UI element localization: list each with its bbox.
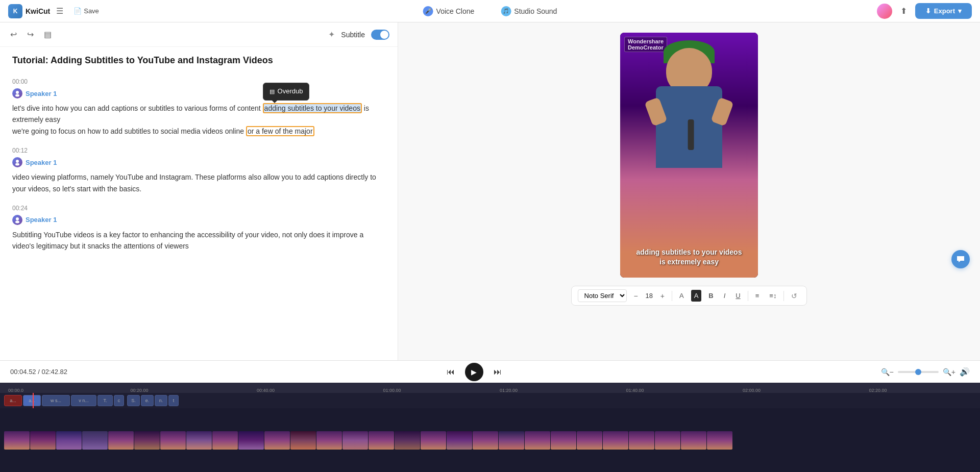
- clip-item-6[interactable]: S.: [127, 395, 140, 406]
- clip-item-4[interactable]: T.: [97, 395, 113, 406]
- frame-24: [603, 431, 628, 450]
- text-format-button[interactable]: ▤: [42, 28, 54, 41]
- edit-toolbar: ↩ ↪ ▤ ✦ Subtitle: [0, 22, 398, 47]
- studio-sound-button[interactable]: 🎵 Studio Sound: [496, 4, 562, 18]
- clip-item-3[interactable]: v n...: [71, 395, 96, 406]
- svg-point-0: [16, 91, 19, 94]
- export-label: Export: [934, 7, 955, 15]
- speaker-name-2: Speaker 1: [26, 159, 57, 166]
- clip-item-0[interactable]: a...: [4, 395, 22, 406]
- video-person: [638, 48, 740, 227]
- speaker-name-1: Speaker 1: [26, 90, 57, 97]
- subtitle-toggle[interactable]: [371, 30, 389, 40]
- skip-forward-button[interactable]: ⏭: [492, 365, 504, 379]
- highlighted-text-1[interactable]: adding subtitles to your videos: [263, 103, 362, 113]
- segment-1: 00:00 Speaker 1 let's dive into how you …: [12, 78, 385, 137]
- total-time: 02:42.82: [41, 368, 67, 376]
- menu-icon[interactable]: ☰: [56, 6, 63, 16]
- clip-track[interactable]: a... a... w s... v n... T. c S. e. n. t: [0, 393, 980, 408]
- frame-15: [369, 431, 394, 450]
- align-button[interactable]: ≡: [752, 290, 763, 302]
- zoom-slider[interactable]: [898, 371, 939, 373]
- zoom-in-icon[interactable]: 🔍+: [943, 368, 955, 376]
- play-button[interactable]: ▶: [465, 363, 483, 381]
- overdub-label: Overdub: [278, 86, 303, 97]
- clip-item-2[interactable]: w s...: [42, 395, 70, 406]
- toolbar-right: ✦ Subtitle: [328, 30, 389, 40]
- text-plain-1c: we're going to focus on how to add subti…: [12, 127, 246, 135]
- video-subtitle: adding subtitles to your videos is extre…: [620, 247, 758, 267]
- save-button[interactable]: 📄 Save: [69, 5, 103, 17]
- transcript-area[interactable]: Tutorial: Adding Subtitles to YouTube an…: [0, 47, 398, 360]
- segment-text-2[interactable]: video viewing platforms, namely YouTube …: [12, 171, 385, 194]
- volume-icon[interactable]: 🔊: [960, 367, 970, 377]
- frame-18: [447, 431, 472, 450]
- increase-font-size-button[interactable]: +: [657, 291, 668, 301]
- clip-item-9[interactable]: t: [168, 395, 179, 406]
- italic-button[interactable]: I: [721, 290, 729, 302]
- subtitle-line2: is extremely easy: [625, 257, 753, 267]
- frame-10: [238, 431, 264, 450]
- toggle-knob: [380, 31, 388, 39]
- microphone: [688, 119, 694, 150]
- transcript-panel: ↩ ↪ ▤ ✦ Subtitle Tutorial: Adding Subtit…: [0, 22, 398, 360]
- divider-3: [783, 291, 784, 301]
- font-select[interactable]: Noto Serif: [578, 289, 627, 302]
- subtitle-label: Subtitle: [341, 31, 365, 39]
- frames-inner: [0, 429, 737, 452]
- text-highlight-button[interactable]: A: [691, 290, 702, 302]
- watermark-line1: Wondershare: [628, 38, 664, 44]
- text-color-button[interactable]: A: [676, 290, 687, 302]
- ruler-mark-6: 02:00.00: [743, 388, 761, 393]
- voice-clone-button[interactable]: 🎤 Voice Clone: [418, 4, 480, 18]
- frame-26: [655, 431, 680, 450]
- export-button[interactable]: ⬇ Export ▾: [915, 3, 972, 19]
- ruler-mark-4: 01:20.00: [500, 388, 518, 393]
- frame-28: [707, 431, 732, 450]
- spacing-button[interactable]: ≡↕: [766, 290, 779, 302]
- clip-item-5[interactable]: c: [114, 395, 124, 406]
- overdub-popup[interactable]: ▤Overdub: [263, 83, 310, 101]
- ruler-mark-3: 01:00.00: [383, 388, 401, 393]
- clip-item-7[interactable]: e.: [141, 395, 154, 406]
- frame-23: [577, 431, 602, 450]
- font-size-control: − 18 +: [631, 291, 668, 301]
- frame-3: [56, 431, 82, 450]
- underline-button[interactable]: U: [732, 290, 743, 302]
- segment-time-1: 00:00: [12, 78, 385, 85]
- format-undo-button[interactable]: ↺: [788, 290, 800, 302]
- speaker-name-3: Speaker 1: [26, 216, 57, 223]
- zoom-controls: 🔍− 🔍+ 🔊: [881, 367, 970, 377]
- segment-2: 00:12 Speaker 1 video viewing platforms,…: [12, 147, 385, 194]
- video-frames-track[interactable]: [0, 408, 980, 472]
- frame-22: [551, 431, 576, 450]
- speaker-badge-2: Speaker 1: [12, 157, 57, 167]
- segment-text-3[interactable]: Subtitling YouTube videos is a key facto…: [12, 229, 385, 252]
- toolbar-left: ↩ ↪ ▤: [8, 28, 54, 41]
- text-orange-box: or a few of the major: [246, 126, 314, 136]
- decrease-font-size-button[interactable]: −: [631, 291, 641, 301]
- timeline-section: 00:00.0 00:20.00 00:40.00 01:00.00 01:20…: [0, 383, 980, 472]
- segment-text-1[interactable]: let's dive into how you can add captions…: [12, 103, 385, 137]
- chat-bubble-button[interactable]: [951, 250, 970, 268]
- ruler-mark-0: 00:00.0: [8, 388, 23, 393]
- video-background: Wondershare DemoCreator: [620, 33, 758, 278]
- ruler-mark-2: 00:40.00: [257, 388, 275, 393]
- frame-14: [342, 431, 368, 450]
- skip-backward-button[interactable]: ⏮: [445, 365, 457, 379]
- speaker-avatar-3: [12, 215, 22, 225]
- redo-button[interactable]: ↪: [25, 28, 36, 41]
- frame-8: [186, 431, 212, 450]
- clip-item-8[interactable]: n.: [155, 395, 167, 406]
- zoom-out-icon[interactable]: 🔍−: [881, 368, 894, 376]
- clip-item-1[interactable]: a...: [23, 395, 41, 406]
- voice-clone-icon: 🎤: [423, 6, 433, 16]
- logo-icon: K: [8, 4, 22, 18]
- frame-12: [290, 431, 316, 450]
- frame-19: [473, 431, 498, 450]
- undo-button[interactable]: ↩: [8, 28, 19, 41]
- text-plain-1a: let's dive into how you can add captions…: [12, 104, 263, 112]
- bold-button[interactable]: B: [705, 290, 716, 302]
- share-icon[interactable]: ⬆: [900, 6, 907, 16]
- avatar[interactable]: [877, 4, 892, 19]
